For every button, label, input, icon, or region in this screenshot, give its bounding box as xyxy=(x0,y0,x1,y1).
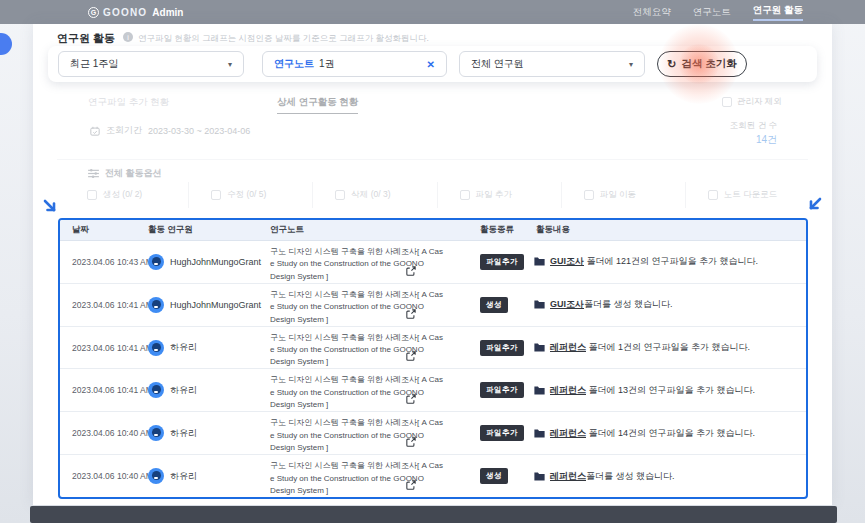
table-row: 2023.04.06 10:40 AM 하유리 구노 디자인 시스템 구축을 위… xyxy=(60,411,806,454)
checkbox-icon xyxy=(722,97,732,107)
option-file-add[interactable]: 파일 추가 xyxy=(437,182,561,208)
folder-icon xyxy=(534,300,545,309)
activity-option-row: 생성 (0/ 2) 수정 (0/ 5) 삭제 (0/ 3) 파일 추가 파일 이… xyxy=(62,182,809,208)
activity-table: 날짜 활동 연구원 연구노트 활동종류 활동내용 2023.04.06 10:4… xyxy=(58,218,808,499)
table-body: 2023.04.06 10:43 AM HughJohnMungoGrant 구… xyxy=(60,241,806,497)
activity-options-title-text: 전체 활동옵션 xyxy=(105,167,162,180)
option-create-label: 생성 (0/ 2) xyxy=(103,189,142,201)
external-link-icon[interactable] xyxy=(406,394,416,404)
option-create[interactable]: 생성 (0/ 2) xyxy=(62,182,188,208)
option-file-move[interactable]: 파일 이동 xyxy=(561,182,685,208)
folder-link[interactable]: 레퍼런스 xyxy=(550,428,586,438)
tab-file-add-status[interactable]: 연구파일 추가 현황 xyxy=(88,96,169,109)
nav-item-summary[interactable]: 전체요약 xyxy=(633,6,671,19)
option-delete[interactable]: 삭제 (0/ 3) xyxy=(312,182,436,208)
row-note-title: 구노 디자인 시스템 구축을 위한 사례조사[ A Cas e Study on… xyxy=(270,417,440,454)
period-dropdown-value: 최근 1주일 xyxy=(70,57,118,71)
researcher-dropdown[interactable]: 전체 연구원 ▾ xyxy=(459,51,645,77)
researcher-name: 하유리 xyxy=(170,470,197,483)
tab-detail-activity-status[interactable]: 상세 연구활동 현황 xyxy=(277,96,358,114)
folder-link[interactable]: GUI조사 xyxy=(550,256,584,266)
result-count-value: 14건 xyxy=(756,133,777,147)
row-note-title: 구노 디자인 시스템 구축을 위한 사례조사[ A Cas e Study on… xyxy=(270,460,440,497)
row-activity-detail: GUI조사폴더를 생성 했습니다. xyxy=(534,284,673,326)
table-row: 2023.04.06 10:40 AM 하유리 구노 디자인 시스템 구축을 위… xyxy=(60,454,806,497)
row-researcher: HughJohnMungoGrant xyxy=(148,254,261,270)
search-reset-button[interactable]: ↻ 검색 초기화 xyxy=(657,51,747,77)
col-activity-type: 활동종류 xyxy=(480,224,514,236)
avatar xyxy=(148,254,164,270)
table-row: 2023.04.06 10:41 AM HughJohnMungoGrant 구… xyxy=(60,283,806,326)
logo-text-admin: Admin xyxy=(152,7,183,18)
option-note-download-label: 노트 다운로드 xyxy=(724,189,777,201)
note-filter-chip[interactable]: 연구노트 1권 ✕ xyxy=(262,51,447,77)
activity-type-badge: 파일추가 xyxy=(480,425,524,441)
pointer-arrow-left-icon xyxy=(42,198,59,215)
external-link-icon[interactable] xyxy=(406,351,416,361)
row-activity-detail: 레퍼런스 폴더에 1건의 연구파일을 추가 했습니다. xyxy=(534,327,750,369)
filter-sliders-icon xyxy=(88,169,99,178)
note-filter-value: 1권 xyxy=(319,57,335,71)
folder-icon xyxy=(534,257,545,266)
checkbox-icon xyxy=(708,190,718,200)
researcher-name: 하유리 xyxy=(170,427,197,440)
close-icon[interactable]: ✕ xyxy=(427,59,435,70)
external-link-icon[interactable] xyxy=(406,309,416,319)
checkbox-icon xyxy=(584,190,594,200)
checkbox-icon xyxy=(211,190,221,200)
query-period-label: 조회기간 xyxy=(106,124,142,137)
table-row: 2023.04.06 10:41 AM 하유리 구노 디자인 시스템 구축을 위… xyxy=(60,368,806,411)
folder-link[interactable]: 레퍼런스 xyxy=(550,471,586,481)
filter-bar: 최근 1주일 ▾ 연구노트 1권 ✕ 전체 연구원 ▾ ↻ 검색 초기화 xyxy=(48,46,817,82)
col-researcher: 활동 연구원 xyxy=(148,224,193,236)
row-note-title: 구노 디자인 시스템 구축을 위한 사례조사[ A Cas e Study on… xyxy=(270,246,440,283)
note-line: 구노 디자인 시스템 구축을 위한 사례조사[ A Cas xyxy=(270,332,440,344)
result-count-label: 조회된 건 수 xyxy=(730,120,777,132)
external-link-icon[interactable] xyxy=(406,266,416,276)
activity-text: 폴더를 생성 했습니다. xyxy=(586,471,675,481)
external-link-icon[interactable] xyxy=(406,480,416,490)
period-dropdown[interactable]: 최근 1주일 ▾ xyxy=(58,51,244,77)
top-navbar: G GOONO Admin 전체요약 연구노트 연구원 활동 xyxy=(0,0,865,24)
option-file-move-label: 파일 이동 xyxy=(600,189,636,201)
researcher-name: 하유리 xyxy=(170,384,197,397)
folder-link[interactable]: GUI조사 xyxy=(550,299,584,309)
option-edit-label: 수정 (0/ 5) xyxy=(227,189,266,201)
folder-link[interactable]: 레퍼런스 xyxy=(550,342,586,352)
row-researcher: HughJohnMungoGrant xyxy=(148,297,261,313)
external-link-icon[interactable] xyxy=(406,437,416,447)
activity-type-badge: 파일추가 xyxy=(480,382,524,398)
chevron-down-icon: ▾ xyxy=(228,60,232,69)
activity-text: 폴더에 1건의 연구파일을 추가 했습니다. xyxy=(586,342,750,352)
query-period-row: 조회기간 2023-03-30 ~ 2023-04-06 xyxy=(90,124,250,137)
nav-item-notes[interactable]: 연구노트 xyxy=(693,6,731,19)
folder-icon xyxy=(534,429,545,438)
admin-exclude-checkbox[interactable]: 관리자 제외 xyxy=(722,96,782,108)
admin-exclude-label: 관리자 제외 xyxy=(737,96,782,108)
row-date: 2023.04.06 10:41 AM xyxy=(72,343,153,353)
row-date: 2023.04.06 10:41 AM xyxy=(72,300,153,310)
activity-text: 폴더에 14건의 연구파일을 추가 했습니다. xyxy=(586,428,755,438)
folder-icon xyxy=(534,472,545,481)
option-note-download[interactable]: 노트 다운로드 xyxy=(685,182,809,208)
refresh-icon: ↻ xyxy=(667,58,676,71)
row-activity-detail: 레퍼런스 폴더에 13건의 연구파일을 추가 했습니다. xyxy=(534,369,755,411)
note-line: 구노 디자인 시스템 구축을 위한 사례조사[ A Cas xyxy=(270,246,440,258)
researcher-name: HughJohnMungoGrant xyxy=(170,257,261,267)
folder-link[interactable]: 레퍼런스 xyxy=(550,385,586,395)
folder-icon xyxy=(534,386,545,395)
goono-admin-logo: G GOONO Admin xyxy=(88,7,183,18)
row-activity-detail: 레퍼런스 폴더에 14건의 연구파일을 추가 했습니다. xyxy=(534,412,755,454)
query-period-value: 2023-03-30 ~ 2023-04-06 xyxy=(148,126,250,136)
avatar xyxy=(148,425,164,441)
row-note-title: 구노 디자인 시스템 구축을 위한 사례조사[ A Cas e Study on… xyxy=(270,374,440,411)
row-note-title: 구노 디자인 시스템 구축을 위한 사례조사[ A Cas e Study on… xyxy=(270,332,440,369)
floating-help-button[interactable] xyxy=(0,33,12,55)
pointer-arrow-right-icon xyxy=(806,196,823,213)
option-edit[interactable]: 수정 (0/ 5) xyxy=(188,182,312,208)
bottom-frame-bar xyxy=(30,506,837,523)
activity-text: 폴더를 생성 했습니다. xyxy=(584,299,673,309)
nav-item-researcher-activity[interactable]: 연구원 활동 xyxy=(753,4,803,21)
calendar-icon xyxy=(90,126,100,136)
avatar xyxy=(148,468,164,484)
